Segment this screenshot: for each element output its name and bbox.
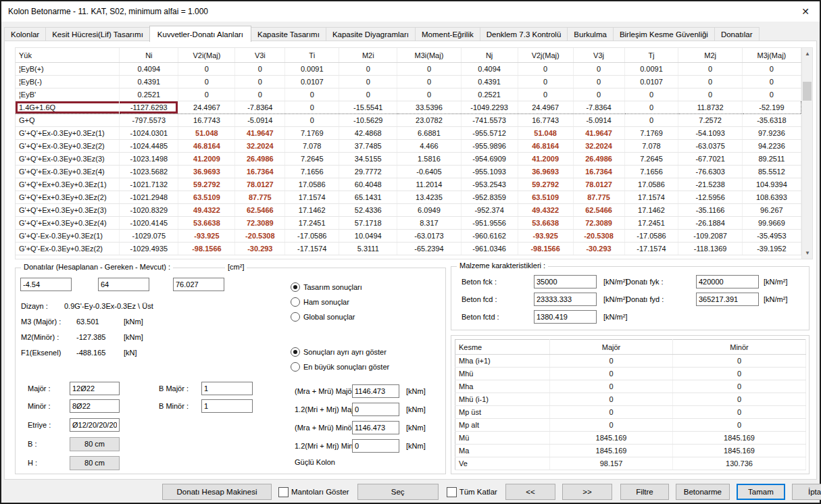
- table-row[interactable]: ¦EyB(+)0.4094000.0091000.4094000.009100: [16, 63, 801, 76]
- m2-minor-value: -127.385: [76, 333, 105, 341]
- value-cell: 0: [742, 76, 801, 89]
- mevcut-field[interactable]: [173, 278, 224, 291]
- moment-field-input[interactable]: [352, 421, 399, 434]
- value-cell: 57.1718: [339, 217, 397, 230]
- value-cell: 1.5816: [397, 153, 461, 166]
- malzeme-input-donat-fyk[interactable]: [696, 275, 759, 288]
- radio-icon[interactable]: [291, 297, 300, 307]
- b-major-field[interactable]: [201, 382, 253, 395]
- tamam-button[interactable]: Tamam: [737, 484, 785, 500]
- vertical-scrollbar[interactable]: ▲ ▼: [801, 48, 812, 259]
- moment-field-unit: [kNm]: [406, 442, 426, 450]
- value-cell: -17.0586: [624, 230, 678, 243]
- table-row[interactable]: G'+Q'+Ex-0.3Ey+0.3Ez(2)-1024.448546.8164…: [16, 140, 801, 153]
- value-cell: 63.5109: [178, 191, 235, 204]
- previous-button[interactable]: <<: [505, 484, 555, 500]
- radio-icon[interactable]: [291, 282, 300, 292]
- table-row[interactable]: G'+Q'+Ex+0.3Ey+0.3Ez(1)-1021.713259.2792…: [16, 178, 801, 191]
- value-cell: 0: [397, 89, 461, 101]
- malzeme-input-beton-fcd[interactable]: [534, 293, 597, 306]
- mantolari-goster-checkbox[interactable]: Mantoları Göster: [278, 487, 349, 497]
- b-minor-field[interactable]: [201, 399, 253, 413]
- tab-moment-e-rilik[interactable]: Moment-Eğrilik: [415, 27, 480, 41]
- mantolari-goster-checkbox-box[interactable]: [278, 487, 289, 497]
- radio-label: Tasarım sonuçları: [303, 283, 362, 291]
- malzeme-input-donat-fyd[interactable]: [696, 293, 759, 306]
- moment-field-input[interactable]: [352, 403, 399, 416]
- tab-birle-im-kesme-g-venli-i[interactable]: Birleşim Kesme Güvenliği: [613, 27, 715, 41]
- radio-icon[interactable]: [291, 362, 300, 372]
- table-row[interactable]: G+Q-797.557316.7743-5.09140-10.562923.07…: [16, 114, 801, 127]
- radio-en-b-y-k-sonu-lar-g-ster[interactable]: En büyük sonuçları göster: [291, 361, 389, 372]
- table-row[interactable]: G'+Q'+Ex-0.3Ey+0.3Ez(3)-1023.149841.2009…: [16, 153, 801, 166]
- radio-label: En büyük sonuçları göster: [303, 363, 389, 371]
- betonarme-button[interactable]: Betonarme: [676, 484, 730, 500]
- iptal-button[interactable]: İptal: [792, 484, 821, 500]
- kesme-table-row: Ma1845.1691845.169: [455, 445, 806, 457]
- radio-label: Ham sonuçlar: [303, 298, 349, 306]
- forces-table-header: YükNiV2i(Maj)V3iTiM2iM3i(Maj)NjV2j(Maj)V…: [16, 48, 801, 63]
- table-row[interactable]: G'+Q'+Ex-0.3Ey+0.3Ez(1)-1024.030151.0484…: [16, 127, 801, 140]
- filtre-button[interactable]: Filtre: [620, 484, 669, 500]
- moment-field-input[interactable]: [352, 439, 399, 453]
- moment-field-input[interactable]: [352, 384, 399, 398]
- minor-field[interactable]: [70, 399, 120, 413]
- value-cell: 0: [285, 101, 339, 114]
- value-cell: 24.4967: [178, 101, 235, 114]
- hesaplanan-field[interactable]: [20, 278, 72, 291]
- value-cell: 0: [742, 89, 801, 101]
- tab-kesit-h-cresi-lif-tasar-m[interactable]: Kesit Hücresi(Lif) Tasarımı: [45, 27, 150, 41]
- table-row[interactable]: G'+Q'+Ex+0.3Ey+0.3Ez(4)-1020.414553.6638…: [16, 217, 801, 230]
- next-button[interactable]: >>: [562, 484, 612, 500]
- column-header-nj: Nj: [461, 48, 518, 63]
- radio-global-sonu-lar[interactable]: Global sonuçlar: [291, 311, 355, 322]
- tab-kolonlar[interactable]: Kolonlar: [4, 27, 46, 41]
- tum-katlar-checkbox-box[interactable]: [447, 487, 457, 497]
- radio-icon[interactable]: [291, 347, 300, 357]
- major-field[interactable]: [70, 382, 120, 395]
- radio-ham-sonu-lar[interactable]: Ham sonuçlar: [291, 297, 349, 307]
- value-cell: -93.925: [518, 230, 573, 243]
- table-row[interactable]: G'+Q'+Ex+0.3Ey+0.3Ez(3)-1020.832949.4322…: [16, 204, 801, 217]
- malzeme-input-beton-fctd[interactable]: [534, 310, 597, 324]
- radio-sonu-lar-ayr-ayr-g-ster[interactable]: Sonuçları ayrı ayrı göster: [291, 347, 387, 357]
- table-row[interactable]: G'+Q'-Ex-0.3Ey+0.3Ez(2)-1029.4935-98.156…: [16, 243, 801, 255]
- value-cell: 97.9236: [742, 127, 801, 140]
- scroll-down-icon[interactable]: ▼: [802, 247, 813, 259]
- radio-icon[interactable]: [291, 312, 300, 322]
- value-cell: 0.0107: [624, 76, 678, 89]
- scrollbar-thumb[interactable]: [803, 82, 812, 101]
- close-icon[interactable]: ✕: [798, 5, 813, 18]
- tab-donat-lar[interactable]: Donatılar: [714, 27, 760, 41]
- column-header-m3i-maj: M3i(Maj): [397, 48, 461, 63]
- value-cell: 4.466: [397, 140, 461, 153]
- kesme-cell: Mü: [455, 432, 550, 445]
- value-cell: -741.5573: [461, 114, 518, 127]
- gereken-field[interactable]: [98, 278, 149, 291]
- table-row[interactable]: G'+Q'+Ex+0.3Ey+0.3Ez(2)-1021.294863.5109…: [16, 191, 801, 204]
- table-row[interactable]: 1.4G+1.6Q-1127.629324.4967-7.83640-15.55…: [16, 101, 801, 114]
- scroll-up-icon[interactable]: ▲: [802, 48, 813, 59]
- tab-kapasite-tasar-m[interactable]: Kapasite Tasarımı: [251, 27, 326, 41]
- value-cell: -954.6909: [461, 153, 518, 166]
- malzeme-input-beton-fck[interactable]: [534, 275, 597, 288]
- tab-denklem-7-3-kontrol[interactable]: Denklem 7.3 Kontrolü: [480, 27, 568, 41]
- sec-button[interactable]: Seç: [357, 484, 439, 500]
- tab-kapasite-diyagramlar[interactable]: Kapasite Diyagramları: [326, 27, 416, 41]
- b-value-box[interactable]: 80 cm: [70, 437, 120, 451]
- tab-burkulma[interactable]: Burkulma: [567, 27, 614, 41]
- h-value-box[interactable]: 80 cm: [70, 456, 120, 470]
- tum-katlar-checkbox[interactable]: Tüm Katlar: [447, 487, 497, 497]
- kesme-cell: 0: [673, 355, 806, 368]
- table-row[interactable]: G'+Q'-Ex-0.3Ey+0.3Ez(1)-1029.075-93.925-…: [16, 230, 801, 243]
- table-row[interactable]: G'+Q'+Ex-0.3Ey+0.3Ez(4)-1023.568236.9693…: [16, 166, 801, 178]
- etriye-field[interactable]: [70, 418, 120, 432]
- column-header-tj: Tj: [624, 48, 678, 63]
- tab-kuvvetler-donat-alanlar[interactable]: Kuvvetler-Donatı Alanları: [149, 26, 251, 42]
- value-cell: -20.5308: [573, 230, 624, 243]
- radio-tasar-m-sonu-lar[interactable]: Tasarım sonuçları: [291, 282, 362, 293]
- donati-hesap-makinesi-button[interactable]: Donatı Hesap Makinesi: [162, 484, 272, 500]
- value-cell: -951.9556: [461, 217, 518, 230]
- table-row[interactable]: ¦EyB'0.2521000000.252100000: [16, 89, 801, 101]
- table-row[interactable]: ¦EyB(-)0.4391000.0107000.4391000.010700: [16, 76, 801, 89]
